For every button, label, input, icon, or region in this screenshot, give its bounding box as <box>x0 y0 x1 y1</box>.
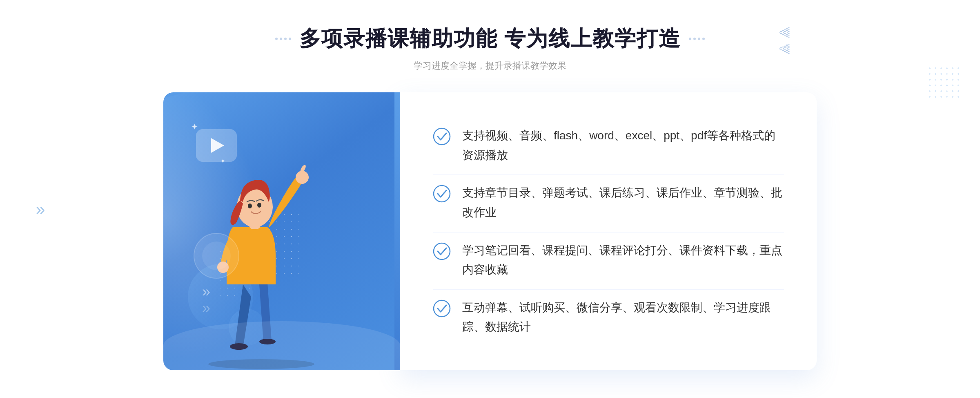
svg-text:»: » <box>202 283 210 300</box>
svg-point-7 <box>248 203 252 208</box>
feature-item-1: 支持视频、音频、flash、word、excel、ppt、pdf等各种格式的资源… <box>433 118 784 173</box>
feature-text-1: 支持视频、音频、flash、word、excel、ppt、pdf等各种格式的资源… <box>462 126 784 165</box>
vertical-bar-decoration <box>394 92 400 370</box>
header-dots-right <box>689 38 705 40</box>
svg-point-14 <box>434 186 450 202</box>
dot-grid-right <box>927 65 960 98</box>
svg-point-13 <box>434 128 450 145</box>
dot <box>689 38 691 40</box>
main-title: 多项录播课辅助功能 专为线上教学打造 <box>299 25 681 53</box>
check-circle-icon-2 <box>433 185 451 203</box>
svg-point-16 <box>434 300 450 317</box>
page-wrapper: » 多项录播课辅助功能 专为线上教学打造 学习进度全掌握，提升录播课教学效果 <box>0 0 980 398</box>
chevron-left-icon: » <box>36 200 45 219</box>
feature-text-3: 学习笔记回看、课程提问、课程评论打分、课件资料下载，重点内容收藏 <box>462 241 784 279</box>
check-circle-icon-4 <box>433 300 451 318</box>
dot <box>284 38 287 40</box>
dot <box>702 38 705 40</box>
feature-text-4: 互动弹幕、试听购买、微信分享、观看次数限制、学习进度跟踪、数据统计 <box>462 298 784 337</box>
svg-text:»: » <box>202 300 210 316</box>
svg-point-10 <box>202 241 231 270</box>
header-section: 多项录播课辅助功能 专为线上教学打造 学习进度全掌握，提升录播课教学效果 <box>275 25 705 72</box>
header-dots-left <box>275 38 291 40</box>
feature-text-2: 支持章节目录、弹题考试、课后练习、课后作业、章节测验、批改作业 <box>462 183 784 222</box>
feature-item-3: 学习笔记回看、课程提问、课程评论打分、课件资料下载，重点内容收藏 <box>433 232 784 288</box>
check-circle-icon-3 <box>433 242 451 260</box>
svg-point-15 <box>434 243 450 259</box>
subtitle: 学习进度全掌握，提升录播课教学效果 <box>275 60 705 72</box>
feature-item-4: 互动弹幕、试听购买、微信分享、观看次数限制、学习进度跟踪、数据统计 <box>433 289 784 345</box>
header-decorators: 多项录播课辅助功能 专为线上教学打造 <box>275 25 705 53</box>
illustration-card: ✦ ✦ <box>163 92 400 370</box>
content-area: ✦ ✦ <box>163 92 817 370</box>
dot <box>275 38 278 40</box>
check-circle-icon-1 <box>433 127 451 145</box>
dot <box>289 38 291 40</box>
feature-item-2: 支持章节目录、弹题考试、课后练习、课后作业、章节测验、批改作业 <box>433 174 784 230</box>
dot <box>280 38 282 40</box>
wave-decoration <box>163 321 400 370</box>
dot <box>693 38 696 40</box>
decorative-arrows-top <box>777 25 792 57</box>
svg-point-8 <box>257 203 261 208</box>
features-card: 支持视频、音频、flash、word、excel、ppt、pdf等各种格式的资源… <box>400 92 817 370</box>
dot <box>698 38 700 40</box>
